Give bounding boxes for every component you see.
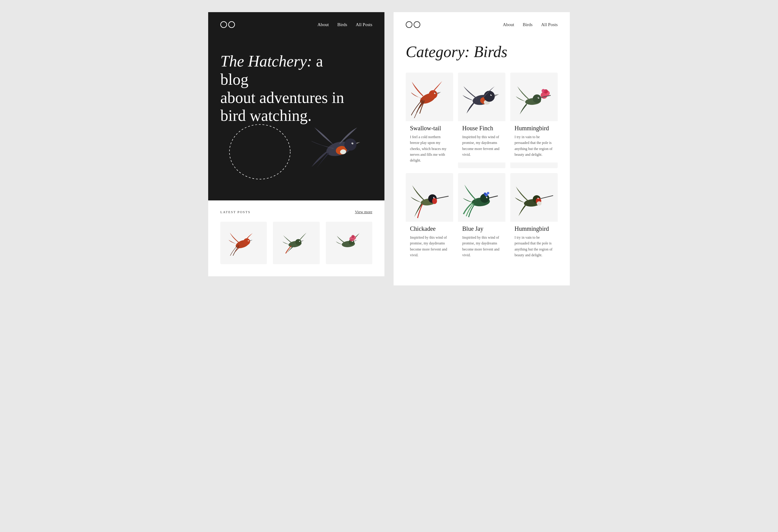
nav-links-left: About Birds All Posts <box>317 22 372 27</box>
svg-line-47 <box>437 196 449 199</box>
birds-grid: Swallow-tail I feel a cold northern bree… <box>406 73 558 263</box>
bird-svg-5 <box>462 176 501 218</box>
nav-birds-left[interactable]: Birds <box>337 22 347 27</box>
bird-name-6: Hummingbird <box>515 225 553 232</box>
logo-left <box>220 21 235 28</box>
hero-section: About Birds All Posts The Hatchery: a bl… <box>208 12 384 200</box>
logo-circle-dark-2 <box>414 21 420 28</box>
bird-svg-3 <box>514 76 554 118</box>
nav-about-left[interactable]: About <box>317 22 329 27</box>
bird-card-content-1: Swallow-tail I feel a cold northern bree… <box>406 121 453 168</box>
bird-name-3: Hummingbird <box>515 125 553 132</box>
bird-card-hummingbird[interactable]: Hummingbird I try in vain to be persuade… <box>510 73 558 168</box>
svg-point-36 <box>533 94 541 103</box>
bird-name-1: Swallow-tail <box>410 125 449 132</box>
svg-marker-22 <box>355 240 357 242</box>
svg-point-49 <box>434 197 435 198</box>
nav-links-right: About Birds All Posts <box>503 22 558 27</box>
bird-desc-1: I feel a cold northern breeze play upon … <box>410 134 449 163</box>
bird-card-chickadee[interactable]: Chickadee Inspirited by this wind of pro… <box>406 173 453 263</box>
bird-card-hummingbird-2[interactable]: Hummingbird I try in vain to be persuade… <box>510 173 558 263</box>
bird-card-content-3: Hummingbird I try in vain to be persuade… <box>510 121 558 163</box>
svg-point-4 <box>344 139 357 151</box>
svg-point-46 <box>432 198 437 204</box>
nav-allposts-right[interactable]: All Posts <box>541 22 558 27</box>
svg-point-33 <box>491 94 492 95</box>
bird-card-image-1 <box>406 73 453 121</box>
latest-posts-header: LATEST POSTS View more <box>220 209 372 214</box>
bird-card-image-5 <box>458 173 505 221</box>
bird-card-image-6 <box>510 173 558 221</box>
bird-desc-2: Inspirited by this wind of promise, my d… <box>462 134 501 158</box>
svg-point-9 <box>243 238 250 245</box>
hero-title-italic: The Hatchery: <box>220 53 312 70</box>
svg-point-54 <box>484 192 486 195</box>
post-card-2[interactable] <box>273 221 319 264</box>
right-nav: About Birds All Posts <box>406 21 558 28</box>
svg-point-6 <box>353 143 354 144</box>
svg-point-26 <box>435 93 436 93</box>
bird-card-content-5: Blue Jay Inspirited by this wind of prom… <box>458 221 505 263</box>
latest-posts-section: LATEST POSTS View more <box>208 200 384 276</box>
logo-circle-2 <box>228 21 235 28</box>
svg-point-21 <box>352 241 353 242</box>
svg-point-20 <box>352 235 355 238</box>
nav-allposts-left[interactable]: All Posts <box>356 22 372 27</box>
post-bird-3 <box>334 230 364 255</box>
post-card-1[interactable] <box>220 221 267 264</box>
bird-name-4: Chickadee <box>410 225 449 232</box>
nav-birds-right[interactable]: Birds <box>523 22 533 27</box>
bird-svg-6 <box>514 176 554 218</box>
hero-title: The Hatchery: a blogabout adventures inb… <box>220 52 354 125</box>
category-title: Category: Birds <box>406 43 558 61</box>
logo-circle-1 <box>220 21 227 28</box>
view-more-link[interactable]: View more <box>355 209 372 214</box>
logo-circle-dark-1 <box>406 21 412 28</box>
bird-desc-4: Inspirited by this wind of promise, my d… <box>410 235 449 258</box>
svg-point-14 <box>299 241 300 242</box>
bird-name-2: House Finch <box>462 125 501 132</box>
svg-line-62 <box>541 195 553 199</box>
bird-svg-4 <box>410 176 449 218</box>
svg-line-55 <box>489 196 498 198</box>
bird-card-content-4: Chickadee Inspirited by this wind of pro… <box>406 221 453 263</box>
post-bird-1 <box>229 230 259 255</box>
bird-desc-5: Inspirited by this wind of promise, my d… <box>462 235 501 258</box>
bird-card-content-2: House Finch Inspirited by this wind of p… <box>458 121 505 163</box>
bird-card-image-3 <box>510 73 558 121</box>
bird-card-blue-jay[interactable]: Blue Jay Inspirited by this wind of prom… <box>458 173 505 263</box>
svg-point-0 <box>229 124 290 179</box>
left-panel: About Birds All Posts The Hatchery: a bl… <box>208 12 384 276</box>
svg-marker-7 <box>357 142 360 144</box>
bird-svg-2 <box>462 76 501 118</box>
logo-right <box>406 21 420 28</box>
bird-name-5: Blue Jay <box>462 225 501 232</box>
svg-point-31 <box>484 91 495 102</box>
nav-about-right[interactable]: About <box>503 22 514 27</box>
svg-point-51 <box>480 194 489 203</box>
bird-svg-1 <box>411 76 448 118</box>
post-bird-2 <box>281 230 312 255</box>
svg-point-64 <box>538 198 539 198</box>
svg-point-57 <box>487 197 488 198</box>
bird-card-image-2 <box>458 73 505 121</box>
bird-desc-3: I try in vain to be persuaded that the p… <box>515 134 553 158</box>
svg-point-53 <box>487 192 489 194</box>
svg-point-13 <box>295 239 302 245</box>
svg-marker-15 <box>302 241 304 242</box>
bird-card-content-6: Hummingbird I try in vain to be persuade… <box>510 221 558 263</box>
svg-point-43 <box>539 97 539 98</box>
bird-card-house-finch[interactable]: House Finch Inspirited by this wind of p… <box>458 73 505 168</box>
posts-grid <box>220 221 372 264</box>
svg-marker-27 <box>437 92 441 94</box>
left-nav: About Birds All Posts <box>220 21 372 28</box>
bird-card-swallow-tail[interactable]: Swallow-tail I feel a cold northern bree… <box>406 73 453 168</box>
svg-point-40 <box>542 89 545 93</box>
svg-marker-34 <box>495 94 499 97</box>
bird-desc-6: I try in vain to be persuaded that the p… <box>515 235 553 258</box>
svg-point-10 <box>248 241 249 241</box>
latest-posts-label: LATEST POSTS <box>220 210 250 214</box>
bird-card-image-4 <box>406 173 453 221</box>
decorative-path <box>226 121 293 182</box>
post-card-3[interactable] <box>326 221 372 264</box>
